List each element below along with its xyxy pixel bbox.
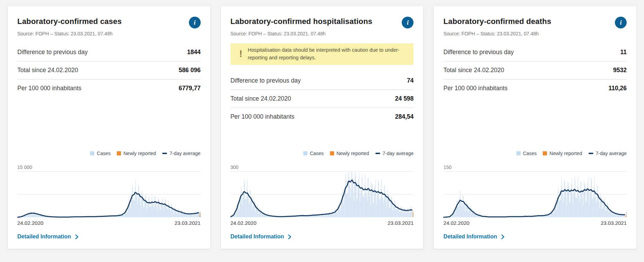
legend-item-cases: Cases [516, 151, 537, 156]
stat-row-difference: Difference to previous day 1844 [17, 43, 201, 61]
card-header: Laboratory-confirmed cases i [17, 17, 201, 28]
legend-label: Newly reported [549, 151, 582, 156]
cases-swatch-icon [516, 151, 521, 155]
info-icon[interactable]: i [189, 17, 201, 28]
legend-item-newly-reported: Newly reported [330, 151, 369, 156]
stat-row-difference: Difference to previous day 11 [443, 43, 627, 61]
cases-swatch-icon [90, 151, 94, 155]
y-axis-max-label: 15 000 [17, 164, 201, 170]
average-line-swatch-icon [162, 153, 167, 154]
detail-link-label: Detailed Information [17, 234, 71, 240]
legend-item-7-day-average: 7-day average [162, 151, 201, 156]
chevron-right-icon [287, 234, 292, 239]
y-axis-max-label: 150 [443, 164, 627, 170]
legend-label: Cases [523, 151, 537, 156]
chevron-right-icon [74, 234, 79, 239]
x-axis-labels: 24.02.2020 23.03.2021 [230, 220, 414, 226]
stat-row-total: Total since 24.02.2020 24 598 [230, 90, 414, 108]
legend-label: Cases [310, 151, 324, 156]
card-laboratory-confirmed-deaths: Laboratory-confirmed deaths i Source: FO… [434, 6, 636, 249]
info-icon[interactable]: i [402, 17, 414, 28]
stat-value: 6779,77 [179, 85, 200, 92]
source-status-line: Source: FOPH – Status: 23.03.2021, 07.48… [17, 31, 201, 36]
stat-label: Per 100 000 inhabitants [17, 85, 81, 92]
deaths-chart[interactable] [443, 170, 627, 219]
exclamation-icon: ! [234, 49, 248, 59]
stat-value: 1844 [187, 49, 201, 56]
x-axis-labels: 24.02.2020 23.03.2021 [17, 220, 201, 226]
stat-row-total: Total since 24.02.2020 586 096 [17, 61, 201, 79]
average-line-swatch-icon [375, 153, 380, 154]
source-status-line: Source: FOPH – Status: 23.03.2021, 07.48… [230, 31, 414, 36]
newly-reported-swatch-icon [543, 151, 547, 155]
card-title: Laboratory-confirmed deaths [443, 17, 551, 26]
stat-value: 9532 [613, 67, 627, 74]
detail-link-label: Detailed Information [443, 234, 497, 240]
legend-item-cases: Cases [90, 151, 111, 156]
stat-label: Per 100 000 inhabitants [443, 85, 507, 92]
chevron-right-icon [500, 234, 505, 239]
hospitalisations-chart[interactable] [230, 170, 414, 219]
stat-label: Difference to previous day [17, 49, 88, 56]
cases-swatch-icon [303, 151, 307, 155]
stats-table: Difference to previous day 1844 Total si… [17, 43, 201, 97]
card-title: Laboratory-confirmed cases [17, 17, 122, 26]
stat-value: 24 598 [395, 95, 414, 102]
card-header: Laboratory-confirmed deaths i [443, 17, 627, 28]
card-laboratory-confirmed-cases: Laboratory-confirmed cases i Source: FOP… [8, 6, 210, 249]
stat-label: Per 100 000 inhabitants [230, 113, 295, 120]
x-axis-labels: 24.02.2020 23.03.2021 [443, 220, 627, 226]
warning-banner: ! Hospitalisation data should be interpr… [230, 43, 414, 65]
stat-label: Difference to previous day [443, 49, 514, 56]
detailed-information-link[interactable]: Detailed Information [17, 234, 79, 240]
stat-label: Difference to previous day [230, 77, 301, 84]
legend-item-7-day-average: 7-day average [589, 151, 627, 156]
legend-label: 7-day average [596, 151, 627, 156]
average-line-swatch-icon [589, 153, 593, 154]
stat-value: 284,54 [395, 113, 414, 120]
stats-table: Difference to previous day 11 Total sinc… [443, 43, 627, 97]
stat-label: Total since 24.02.2020 [443, 67, 504, 74]
newly-reported-swatch-icon [330, 151, 334, 155]
stat-row-per-100000: Per 100 000 inhabitants 284,54 [230, 108, 414, 126]
stat-value: 11 [620, 49, 627, 56]
x-axis-end-label: 23.03.2021 [388, 220, 414, 226]
stat-row-difference: Difference to previous day 74 [230, 72, 414, 90]
stat-value: 74 [407, 77, 414, 84]
chart-legend: Cases Newly reported 7-day average [443, 151, 627, 156]
stat-value: 110,26 [608, 85, 627, 92]
x-axis-end-label: 23.03.2021 [175, 220, 201, 226]
legend-label: Cases [97, 151, 111, 156]
legend-label: Newly reported [337, 151, 369, 156]
chart-legend: Cases Newly reported 7-day average [17, 151, 201, 156]
detailed-information-link[interactable]: Detailed Information [443, 234, 505, 240]
newly-reported-swatch-icon [117, 151, 121, 155]
stat-row-per-100000: Per 100 000 inhabitants 110,26 [443, 79, 627, 97]
legend-label: 7-day average [169, 151, 201, 156]
card-title: Laboratory-confirmed hospitalisations [230, 17, 373, 26]
x-axis-start-label: 24.02.2020 [443, 220, 469, 226]
chart-legend: Cases Newly reported 7-day average [230, 151, 414, 156]
warning-text: Hospitalisation data should be interpret… [248, 47, 409, 62]
stat-label: Total since 24.02.2020 [230, 95, 291, 102]
legend-label: 7-day average [383, 151, 414, 156]
cases-chart[interactable] [17, 170, 201, 219]
legend-label: Newly reported [123, 151, 156, 156]
y-axis-max-label: 300 [230, 164, 414, 170]
stat-value: 586 096 [179, 67, 200, 74]
legend-item-cases: Cases [303, 151, 324, 156]
legend-item-7-day-average: 7-day average [375, 151, 414, 156]
card-header: Laboratory-confirmed hospitalisations i [230, 17, 414, 28]
source-status-line: Source: FOPH – Status: 23.03.2021, 07.48… [443, 31, 627, 36]
x-axis-end-label: 23.03.2021 [601, 220, 627, 226]
x-axis-start-label: 24.02.2020 [230, 220, 256, 226]
detail-link-label: Detailed Information [230, 234, 284, 240]
legend-item-newly-reported: Newly reported [543, 151, 582, 156]
detailed-information-link[interactable]: Detailed Information [230, 234, 293, 240]
stat-row-per-100000: Per 100 000 inhabitants 6779,77 [17, 79, 201, 97]
stats-table: Difference to previous day 74 Total sinc… [230, 72, 414, 126]
card-laboratory-confirmed-hospitalisations: Laboratory-confirmed hospitalisations i … [221, 6, 424, 249]
legend-item-newly-reported: Newly reported [117, 151, 156, 156]
dashboard-cards-row: Laboratory-confirmed cases i Source: FOP… [0, 0, 644, 256]
info-icon[interactable]: i [615, 17, 627, 28]
